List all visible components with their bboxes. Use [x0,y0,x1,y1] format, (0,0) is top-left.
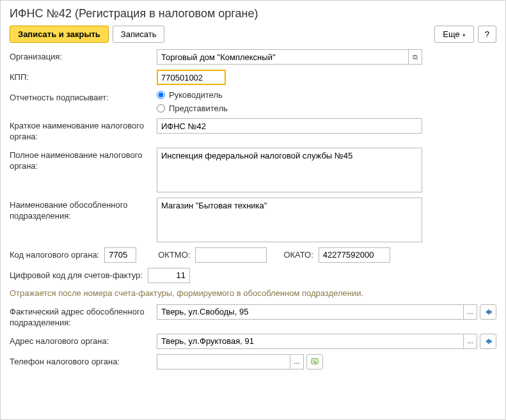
okato-input[interactable] [319,247,390,263]
phone-label: Телефон налогового органа: [10,354,157,368]
phone-call-button[interactable] [306,354,323,369]
tax-code-input[interactable] [104,247,136,263]
phone-icon [310,357,319,366]
full-name-label: Полное наименование налогового органа: [10,148,157,172]
oktmo-label: ОКТМО: [158,250,190,260]
arrow-left-icon [484,307,493,316]
form-window: ИФНС №42 (Регистрация в налоговом органе… [0,0,506,420]
more-button[interactable]: Еще [434,26,473,43]
ellipsis-icon: … [467,308,473,315]
arrow-left-icon [484,337,493,346]
radio-leader[interactable]: Руководитель [157,90,228,100]
tax-code-label: Код налогового органа: [10,250,99,260]
short-name-input[interactable] [157,118,422,134]
phone-ellipsis-button[interactable]: … [290,354,304,369]
ellipsis-icon: … [294,358,300,365]
help-button[interactable]: ? [478,26,496,43]
actual-address-ellipsis-button[interactable]: … [463,304,477,320]
tax-address-ellipsis-button[interactable]: … [463,334,477,349]
organization-open-button[interactable]: ⧉ [408,49,422,65]
short-name-label: Краткое наименование налогового органа: [10,118,157,143]
organization-label: Организация: [10,49,157,63]
radio-representative[interactable]: Представитель [157,104,228,113]
kpp-input[interactable] [157,70,226,85]
page-title: ИФНС №42 (Регистрация в налоговом органе… [1,1,505,26]
digital-code-input[interactable] [148,268,190,283]
radio-representative-input[interactable] [157,104,165,113]
signer-label: Отчетность подписывает: [10,90,157,104]
open-icon: ⧉ [413,53,418,61]
svg-rect-0 [312,358,319,364]
kpp-label: КПП: [10,70,157,83]
digital-code-label: Цифровой код для счетов-фактур: [10,270,143,280]
ellipsis-icon: … [467,338,473,345]
save-close-button[interactable]: Записать и закрыть [10,26,109,43]
tax-address-arrow-button[interactable] [480,334,496,349]
form-body: Организация: ⧉ КПП: Отчетность подписыва… [1,49,505,369]
unit-name-label: Наименование обособленного подразделения… [10,198,157,222]
actual-address-label: Фактический адрес обособленного подразде… [10,304,157,329]
oktmo-input[interactable] [195,247,267,263]
digital-code-hint: Отражается после номера счета-фактуры, ф… [10,288,496,298]
radio-leader-label: Руководитель [169,90,223,100]
tax-address-label: Адрес налогового органа: [10,334,157,347]
actual-address-input[interactable] [157,304,463,320]
full-name-textarea[interactable]: Инспекция федеральной налоговой службы №… [157,148,422,192]
tax-address-input[interactable] [157,334,463,349]
organization-input[interactable] [157,49,408,65]
save-button[interactable]: Записать [113,26,165,43]
toolbar: Записать и закрыть Записать Еще ? [1,26,505,49]
radio-leader-input[interactable] [157,91,165,99]
signer-radio-group: Руководитель Представитель [157,90,228,113]
phone-input[interactable] [157,354,290,369]
radio-representative-label: Представитель [169,104,228,113]
actual-address-arrow-button[interactable] [480,304,496,320]
unit-name-textarea[interactable]: Магазин "Бытовая техника" [157,198,422,242]
okato-label: ОКАТО: [283,250,313,260]
